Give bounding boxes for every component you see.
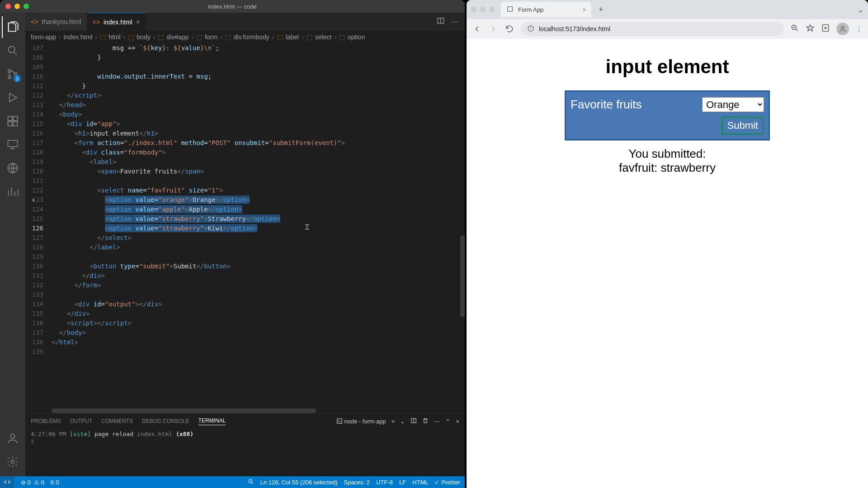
svg-point-1 xyxy=(8,70,11,72)
status-errors[interactable]: ⊘ 0 ⚠ 0 xyxy=(21,479,44,486)
run-debug-icon[interactable] xyxy=(2,87,24,108)
html-file-icon: <> xyxy=(93,19,100,26)
submit-button[interactable]: Submit xyxy=(722,117,764,135)
breadcrumb-segment[interactable]: div.formbody xyxy=(234,33,269,41)
panel-tab-problems[interactable]: PROBLEMS xyxy=(31,418,61,424)
breadcrumb-segment[interactable]: index.html xyxy=(64,33,93,41)
breadcrumb-segment[interactable]: select xyxy=(315,33,332,41)
breadcrumb-segment[interactable]: label xyxy=(286,33,299,41)
breadcrumb-segment[interactable]: form-app xyxy=(31,33,56,41)
page-heading: input element xyxy=(605,56,729,78)
bookmark-star-icon[interactable] xyxy=(806,23,815,34)
svg-point-2 xyxy=(8,76,11,79)
browser-tab-strip: Form App × + ⌄ xyxy=(467,0,868,19)
live-share-icon[interactable] xyxy=(2,157,24,179)
breadcrumb-segment[interactable]: option xyxy=(348,33,365,41)
symbol-icon: ⬚ xyxy=(277,33,283,41)
browser-toolbar: localhost:5173/index.html ⋮ xyxy=(467,19,868,39)
status-indent[interactable]: Spaces: 2 xyxy=(344,479,370,486)
account-icon[interactable] xyxy=(2,427,24,449)
reload-button[interactable] xyxy=(505,24,514,34)
chevron-right-icon: › xyxy=(220,33,222,41)
zoom-icon[interactable] xyxy=(790,23,799,34)
remote-explorer-icon[interactable] xyxy=(2,134,24,155)
back-button[interactable] xyxy=(472,24,482,34)
profile-avatar[interactable] xyxy=(836,23,849,35)
split-editor-icon[interactable] xyxy=(437,17,445,27)
graph-icon[interactable] xyxy=(2,181,24,202)
tab-index[interactable]: <> index.html × xyxy=(87,13,146,31)
breadcrumb-segment[interactable]: form xyxy=(205,33,217,41)
kill-terminal-icon[interactable] xyxy=(422,418,429,425)
status-encoding[interactable]: UTF-8 xyxy=(376,479,393,486)
status-cursor-position[interactable]: Ln 126, Col 55 (206 selected) xyxy=(260,479,338,486)
maximize-panel-icon[interactable]: ⌃ xyxy=(445,418,450,425)
tab-label: thankyou.html xyxy=(42,18,81,25)
status-formatter[interactable]: ✓ Prettier xyxy=(434,479,460,486)
terminal-time: 4:27:06 PM xyxy=(31,431,66,437)
vertical-scrollbar[interactable] xyxy=(458,43,465,413)
panel-tab-debug-console[interactable]: DEBUG CONSOLE xyxy=(142,418,189,424)
favfruit-select[interactable]: OrangeAppleStrawberryKiwi xyxy=(702,97,764,112)
source-control-icon[interactable]: 3 xyxy=(2,63,24,85)
status-search-icon[interactable] xyxy=(248,479,254,486)
editor-tabs: <> thankyou.html <> index.html × ⋯ xyxy=(25,13,465,31)
explorer-icon[interactable] xyxy=(2,16,24,38)
more-panel-icon[interactable]: ⋯ xyxy=(434,418,440,425)
close-panel-icon[interactable]: × xyxy=(456,418,459,425)
minimize-window-icon[interactable] xyxy=(480,7,486,12)
chevron-right-icon: › xyxy=(334,33,336,41)
settings-gear-icon[interactable] xyxy=(2,451,24,473)
breadcrumb-segment[interactable]: html xyxy=(108,33,120,41)
panel-tab-output[interactable]: OUTPUT xyxy=(70,418,92,424)
terminal-task[interactable]: node - form-app xyxy=(336,418,386,425)
breadcrumb-segment[interactable]: div#app xyxy=(166,33,189,41)
site-info-icon[interactable] xyxy=(527,25,534,33)
chevron-right-icon: › xyxy=(123,33,126,41)
breadcrumb[interactable]: form-app›index.html›⬚ html›⬚ body›⬚ div#… xyxy=(25,31,465,43)
new-terminal-icon[interactable]: + xyxy=(392,418,395,425)
terminal-msg: page reload xyxy=(94,431,133,437)
panel-tab-terminal[interactable]: TERMINAL xyxy=(198,418,226,425)
svg-rect-7 xyxy=(13,122,17,126)
status-eol[interactable]: LF xyxy=(399,479,406,486)
line-number-gutter: 1071081091101111121131141151161171181191… xyxy=(25,43,52,413)
window-title: index.html — code xyxy=(0,3,465,10)
new-tab-button[interactable]: + xyxy=(595,5,607,14)
close-tab-icon[interactable]: × xyxy=(582,6,586,13)
search-icon[interactable] xyxy=(2,40,24,61)
more-actions-icon[interactable]: ⋯ xyxy=(451,18,458,26)
maximize-window-icon[interactable] xyxy=(489,7,495,12)
extensions-icon[interactable] xyxy=(2,110,24,132)
code-content[interactable]: msg += `${key}: ${value}\n`; } window.ou… xyxy=(52,43,465,413)
status-language[interactable]: HTML xyxy=(412,479,428,486)
horizontal-scrollbar[interactable] xyxy=(52,408,465,413)
status-ports[interactable]: ⎘ 0 xyxy=(51,479,59,486)
vscode-window: index.html — code 3 xyxy=(0,0,465,488)
svg-point-15 xyxy=(249,479,252,483)
svg-point-10 xyxy=(10,434,14,438)
browser-tab-title: Form App xyxy=(518,6,543,13)
terminal-dropdown-icon[interactable]: ⌄ xyxy=(400,418,405,425)
svg-point-11 xyxy=(11,460,14,464)
rendered-page: input element Favorite fruits OrangeAppl… xyxy=(467,39,868,488)
breadcrumb-segment[interactable]: body xyxy=(137,33,150,41)
close-window-icon[interactable] xyxy=(471,7,476,12)
svg-point-0 xyxy=(9,47,15,53)
split-terminal-icon[interactable] xyxy=(410,418,417,425)
chevron-down-icon[interactable]: ⌄ xyxy=(858,5,863,14)
browser-tab[interactable]: Form App × xyxy=(501,2,591,17)
forward-button[interactable] xyxy=(488,24,498,34)
ai-suggestion-icon[interactable]: ✦ xyxy=(32,195,35,205)
panel-tab-comments[interactable]: COMMENTS xyxy=(101,418,133,424)
close-tab-icon[interactable]: × xyxy=(136,18,140,26)
browser-window-controls xyxy=(471,7,495,12)
remote-indicator[interactable] xyxy=(0,476,14,488)
svg-rect-4 xyxy=(8,117,12,121)
address-bar[interactable]: localhost:5173/index.html xyxy=(521,22,784,36)
tab-thankyou[interactable]: <> thankyou.html xyxy=(25,13,87,31)
install-app-icon[interactable] xyxy=(821,23,830,34)
code-editor[interactable]: 1071081091101111121131141151161171181191… xyxy=(25,43,465,413)
terminal-output[interactable]: 4:27:06 PM [vite] page reload index.html… xyxy=(25,429,465,476)
menu-icon[interactable]: ⋮ xyxy=(855,25,863,33)
